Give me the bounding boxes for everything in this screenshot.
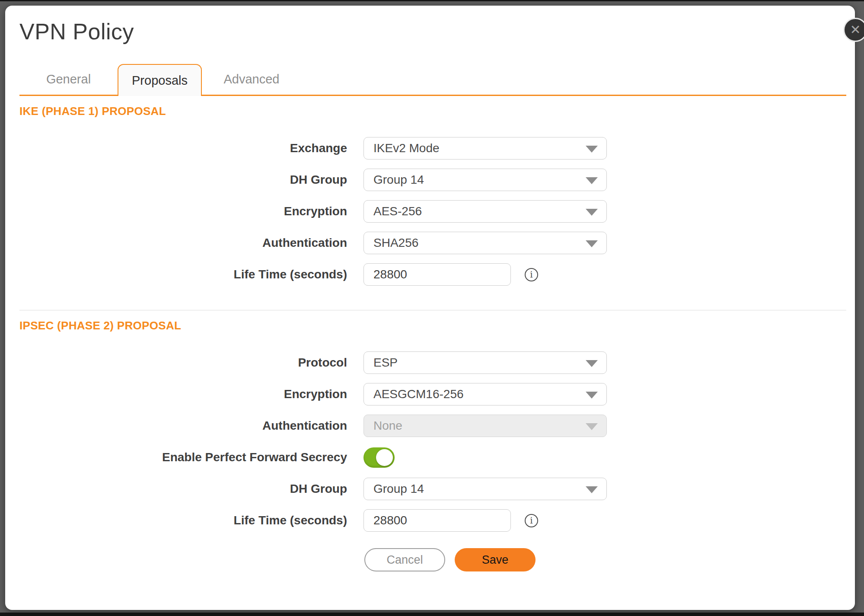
ipsec-dh-group-select-value: Group 14: [373, 482, 424, 496]
ike-dh-group-select[interactable]: Group 14: [363, 169, 607, 191]
exchange-label: Exchange: [19, 141, 347, 155]
chevron-down-icon: [586, 392, 598, 399]
ike-dh-group-label: DH Group: [19, 173, 347, 187]
form-row-ike-encryption: Encryption AES-256: [19, 200, 846, 223]
ike-authentication-label: Authentication: [19, 236, 347, 250]
ike-lifetime-input[interactable]: [363, 263, 511, 286]
tab-advanced[interactable]: Advanced: [202, 64, 301, 95]
ipsec-encryption-label: Encryption: [19, 387, 347, 401]
info-icon[interactable]: i: [525, 514, 538, 527]
vpn-policy-dialog: VPN Policy General Proposals Advanced IK…: [5, 6, 855, 610]
ike-lifetime-label: Life Time (seconds): [19, 268, 347, 281]
form-row-ipsec-encryption: Encryption AESGCM16-256: [19, 383, 846, 405]
ike-encryption-select[interactable]: AES-256: [363, 200, 607, 223]
tab-bar: General Proposals Advanced: [19, 64, 846, 96]
ipsec-dh-group-select[interactable]: Group 14: [363, 478, 607, 500]
ipsec-authentication-select-value: None: [373, 419, 402, 433]
ike-encryption-select-value: AES-256: [373, 204, 422, 218]
exchange-select[interactable]: IKEv2 Mode: [363, 137, 607, 160]
protocol-label: Protocol: [19, 356, 347, 370]
exchange-select-value: IKEv2 Mode: [373, 141, 440, 155]
form-row-ike-authentication: Authentication SHA256: [19, 232, 846, 254]
protocol-select-value: ESP: [373, 356, 398, 370]
screen-background: VPN Policy General Proposals Advanced IK…: [0, 1, 864, 613]
form-row-ike-lifetime: Life Time (seconds) i: [19, 263, 846, 286]
chevron-down-icon: [586, 240, 598, 247]
chevron-down-icon: [586, 423, 598, 430]
section-divider: [19, 310, 846, 310]
form-row-protocol: Protocol ESP: [19, 351, 846, 374]
chevron-down-icon: [586, 146, 598, 153]
chevron-down-icon: [586, 177, 598, 184]
page-title: VPN Policy: [19, 19, 855, 45]
ipsec-dh-group-label: DH Group: [19, 482, 347, 496]
ipsec-lifetime-label: Life Time (seconds): [19, 514, 347, 527]
close-button[interactable]: ✕: [843, 18, 864, 42]
ipsec-authentication-select: None: [363, 415, 607, 437]
tab-general[interactable]: General: [19, 64, 118, 95]
ike-dh-group-select-value: Group 14: [373, 173, 424, 187]
ike-encryption-label: Encryption: [19, 204, 347, 218]
form-row-ipsec-authentication: Authentication None: [19, 415, 846, 437]
ipsec-authentication-label: Authentication: [19, 419, 347, 433]
ipsec-phase2-heading: IPSEC (PHASE 2) PROPOSAL: [19, 319, 846, 332]
chevron-down-icon: [586, 486, 598, 493]
save-button[interactable]: Save: [455, 548, 536, 571]
toggle-knob: [376, 449, 393, 466]
ike-phase1-heading: IKE (PHASE 1) PROPOSAL: [19, 105, 846, 118]
pfs-toggle[interactable]: [363, 447, 395, 468]
protocol-select[interactable]: ESP: [363, 351, 607, 374]
ipsec-lifetime-input[interactable]: [363, 509, 511, 532]
form-row-ipsec-dh-group: DH Group Group 14: [19, 478, 846, 500]
chevron-down-icon: [586, 360, 598, 367]
dialog-footer: Cancel Save: [364, 548, 846, 571]
ipsec-encryption-select-value: AESGCM16-256: [373, 387, 464, 401]
pfs-label: Enable Perfect Forward Secrecy: [19, 450, 347, 464]
tab-panel-proposals: IKE (PHASE 1) PROPOSAL Exchange IKEv2 Mo…: [5, 105, 855, 571]
form-row-exchange: Exchange IKEv2 Mode: [19, 137, 846, 160]
form-row-pfs: Enable Perfect Forward Secrecy: [19, 446, 846, 469]
form-row-ike-dh-group: DH Group Group 14: [19, 169, 846, 191]
cancel-button[interactable]: Cancel: [364, 548, 445, 571]
ike-authentication-select-value: SHA256: [373, 236, 418, 250]
chevron-down-icon: [586, 209, 598, 216]
ipsec-encryption-select[interactable]: AESGCM16-256: [363, 383, 607, 405]
tab-proposals[interactable]: Proposals: [118, 64, 202, 96]
info-icon[interactable]: i: [525, 268, 538, 281]
ike-authentication-select[interactable]: SHA256: [363, 232, 607, 254]
form-row-ipsec-lifetime: Life Time (seconds) i: [19, 509, 846, 532]
close-icon: ✕: [850, 23, 861, 36]
